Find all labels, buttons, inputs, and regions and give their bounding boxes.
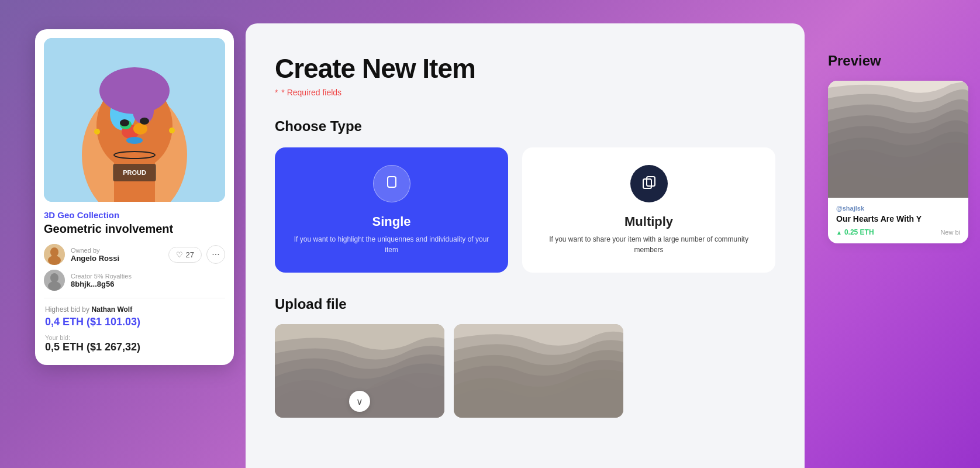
multiply-desc: If you want to share your item with a la… — [536, 234, 761, 255]
preview-nft-title: Our Hearts Are With Y — [836, 214, 960, 223]
more-icon: ··· — [212, 249, 219, 260]
page-title: Create New Item — [275, 53, 775, 84]
preview-title: Preview — [828, 53, 968, 69]
right-panel: Preview @shajlsk Our Hearts A — [816, 23, 980, 243]
collection-name: 3D Geo Collection — [44, 210, 225, 220]
svg-point-9 — [99, 67, 170, 114]
more-button[interactable]: ··· — [206, 245, 225, 264]
type-card-single[interactable]: Single If you want to highlight the uniq… — [275, 147, 508, 273]
creator-label: Creator 5% Royalties — [71, 273, 132, 280]
like-count: 27 — [186, 250, 194, 259]
preview-card: @shajlsk Our Hearts Are With Y ▲ 0.25 ET… — [828, 81, 968, 243]
preview-image — [828, 81, 968, 198]
choose-type-title: Choose Type — [275, 118, 775, 135]
multiply-icon-wrapper — [630, 165, 668, 202]
owned-by-label: Owned by — [71, 247, 119, 254]
single-desc: If you want to highlight the uniquennes … — [289, 234, 494, 255]
single-icon-wrapper — [373, 165, 410, 202]
owner-info: Owned by Angelo Rossi — [71, 247, 119, 263]
preview-username: @shajlsk — [836, 205, 960, 212]
like-button[interactable]: ♡ 27 — [168, 247, 202, 263]
svg-point-23 — [48, 281, 61, 291]
preview-eth: ▲ 0.25 ETH — [836, 228, 874, 236]
scroll-down-btn[interactable]: ∨ — [349, 391, 370, 412]
chevron-down-icon: ∨ — [356, 396, 363, 407]
highest-bidder-name: Nathan Wolf — [91, 305, 132, 314]
svg-point-11 — [140, 118, 149, 125]
svg-point-22 — [50, 273, 58, 283]
preview-bid-row: ▲ 0.25 ETH New bi — [836, 228, 960, 236]
nft-title: Geometric involvement — [44, 222, 225, 236]
multiply-label: Multiply — [624, 214, 673, 229]
svg-point-14 — [169, 128, 175, 133]
creator-info: Creator 5% Royalties 8bhjk...8g56 — [71, 273, 132, 288]
upload-thumb-2[interactable] — [454, 324, 623, 418]
svg-point-19 — [50, 247, 58, 257]
main-content: Create New Item * * Required fields Choo… — [246, 23, 805, 468]
your-bid-amount: 0,5 ETH ($1 267,32) — [45, 341, 224, 353]
svg-point-20 — [48, 256, 61, 265]
nft-card: PROUD 3D Geo Collection Geometric involv… — [35, 29, 234, 365]
bid-section: Highest bid by Nathan Wolf 0,4 ETH ($1 1… — [44, 305, 225, 353]
required-fields-label: * * Required fields — [275, 88, 775, 97]
multiply-icon — [641, 174, 657, 193]
creator-address: 8bhjk...8g56 — [71, 280, 132, 288]
upload-title: Upload file — [275, 296, 775, 312]
nft-image: PROUD — [44, 38, 225, 202]
divider — [44, 298, 225, 298]
upload-preview-area: ∨ — [275, 324, 775, 418]
single-icon — [384, 174, 400, 194]
eth-up-icon: ▲ — [836, 229, 842, 236]
svg-point-12 — [126, 137, 143, 144]
required-text: * Required fields — [281, 88, 341, 97]
asterisk: * — [275, 88, 278, 97]
owner-row: Owned by Angelo Rossi ♡ 27 ··· — [44, 244, 225, 265]
preview-new-bid: New bi — [940, 229, 960, 236]
svg-point-7 — [133, 123, 147, 135]
upload-thumb-1[interactable]: ∨ — [275, 324, 444, 418]
creator-row: Creator 5% Royalties 8bhjk...8g56 — [44, 270, 225, 291]
owner-name: Angelo Rossi — [71, 254, 119, 263]
svg-point-10 — [120, 119, 129, 126]
creator-avatar — [44, 270, 65, 291]
heart-icon: ♡ — [176, 250, 183, 259]
owner-actions: ♡ 27 ··· — [168, 245, 225, 264]
type-card-multiply[interactable]: Multiply If you want to share your item … — [522, 147, 775, 273]
owner-avatar — [44, 244, 65, 265]
svg-point-13 — [94, 129, 100, 135]
preview-eth-amount: 0.25 ETH — [844, 228, 874, 236]
type-cards: Single If you want to highlight the uniq… — [275, 147, 775, 273]
single-label: Single — [372, 214, 411, 229]
your-bid-label: Your bid: — [45, 334, 224, 341]
highest-bid-amount: 0,4 ETH ($1 101.03) — [45, 316, 224, 328]
highest-bid-label: Highest bid by Nathan Wolf — [45, 305, 224, 314]
preview-info: @shajlsk Our Hearts Are With Y ▲ 0.25 ET… — [828, 198, 968, 243]
svg-rect-24 — [388, 177, 396, 187]
svg-text:PROUD: PROUD — [123, 169, 146, 176]
